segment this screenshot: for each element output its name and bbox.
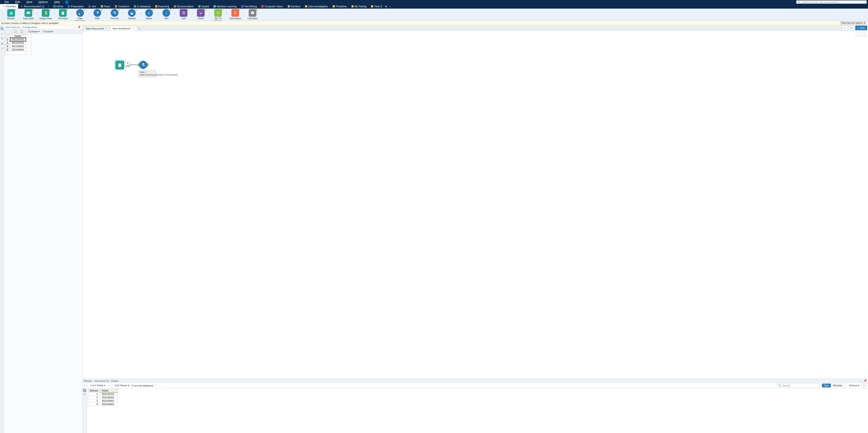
arrow-down-icon[interactable]: ↓ bbox=[161, 384, 163, 387]
tab-start-here[interactable]: Start Here.yxmd× bbox=[83, 26, 110, 31]
tool-input-data[interactable]: 📖★Input Data bbox=[21, 9, 35, 20]
copy-icon[interactable]: 📋 bbox=[13, 30, 18, 33]
cell-4[interactable]: 2021/04/01 bbox=[10, 48, 26, 52]
cell-viewer-dropdown[interactable]: Cell Viewer ▾ bbox=[115, 384, 129, 387]
cat-add-icon[interactable]: ⊕ bbox=[384, 5, 388, 8]
cat-text-mining[interactable]: Text Mining bbox=[239, 4, 259, 9]
cat-transform[interactable]: Transform bbox=[113, 4, 132, 9]
cell-2[interactable]: 2021/02/01 bbox=[10, 41, 26, 45]
workflow-canvas[interactable]: − + 📋 4 44b ⚗ Dat bbox=[82, 31, 868, 378]
zoom-in-button[interactable]: + bbox=[862, 32, 867, 36]
col-record[interactable]: Record bbox=[88, 389, 100, 392]
cat-interface[interactable]: Interface bbox=[285, 4, 303, 9]
menu-options[interactable]: Options bbox=[35, 0, 51, 4]
options-icon[interactable]: ••• bbox=[862, 384, 867, 388]
toggle-metadata[interactable]: Metadata bbox=[831, 384, 844, 388]
tool-select[interactable]: ✓★Select bbox=[142, 9, 156, 20]
insert-button[interactable]: ⊕ Insert ▾ bbox=[42, 30, 55, 33]
node-text-input[interactable]: 📋 bbox=[114, 59, 125, 71]
tool-sample[interactable]: ◒★Sample bbox=[125, 9, 139, 20]
tool-union[interactable]: ⊍★Union bbox=[194, 9, 208, 20]
fields-dropdown[interactable]: 1 of 1 Fields ▾ bbox=[90, 384, 105, 387]
records-label: 4 records displayed bbox=[132, 384, 153, 387]
node-annotation: Date = DateTimeParse([Field1],'%Y/%m/%d'… bbox=[138, 70, 156, 77]
chev-left-icon[interactable]: ‹ bbox=[46, 5, 51, 8]
import-icon[interactable]: 📄 bbox=[5, 30, 10, 33]
star-icon: ★ bbox=[2, 5, 5, 8]
cat-parse[interactable]: Parse bbox=[98, 4, 113, 9]
search-placeholder: Search for tools, help, and resources bbox=[802, 1, 839, 3]
col-field1[interactable]: Field1 bbox=[100, 389, 118, 392]
node-formula[interactable]: ⚗ bbox=[139, 61, 147, 69]
global-search[interactable]: 🔍 Search for tools, help, and resources bbox=[796, 0, 867, 4]
run-button[interactable]: ▷ Run bbox=[855, 26, 867, 30]
cat-favorites[interactable]: ★Favorites bbox=[0, 4, 18, 9]
arrow-up-icon[interactable]: ↑ bbox=[158, 384, 159, 387]
tool-filter[interactable]: ⧩★Filter bbox=[90, 9, 104, 20]
cat-reporting[interactable]: Reporting bbox=[153, 4, 172, 9]
add-tab-button[interactable]: + bbox=[137, 26, 142, 31]
cat-join[interactable]: Join bbox=[86, 4, 98, 9]
menu-view[interactable]: View bbox=[23, 0, 35, 4]
notification-options-button[interactable]: Click here for options ▼ bbox=[840, 22, 867, 25]
code-icon[interactable]: ‹› bbox=[0, 32, 4, 35]
tool-output-data[interactable]: 📗★Output Data bbox=[38, 9, 53, 20]
tag-icon[interactable]: ◈ bbox=[0, 42, 4, 45]
tool-browse[interactable]: ▤★Browse bbox=[4, 9, 18, 20]
hamburger-icon[interactable]: ≡ bbox=[84, 384, 85, 387]
results-grid[interactable]: Record Field1 12021/01/0122021/02/013202… bbox=[87, 388, 119, 433]
check-icon[interactable]: ✔ bbox=[108, 384, 110, 387]
cat-time-s[interactable]: RTime S bbox=[369, 4, 384, 9]
overflow-icon[interactable]: » bbox=[843, 26, 847, 30]
actions-dropdown[interactable]: Actions ▾ bbox=[849, 384, 859, 387]
cat-in-database[interactable]: In-Database bbox=[132, 4, 153, 9]
col-header-field1[interactable]: Field1 bbox=[10, 34, 26, 38]
cat-spatial[interactable]: Spatial bbox=[196, 4, 212, 9]
menu-file[interactable]: File bbox=[1, 0, 12, 4]
cat-predictive[interactable]: RPredictive bbox=[330, 4, 349, 9]
menu-edit[interactable]: Edit bbox=[12, 0, 23, 4]
paste-icon[interactable]: 📋 bbox=[19, 30, 24, 33]
cat-documentation[interactable]: Documentation bbox=[172, 4, 196, 9]
pin-icon[interactable]: 📌 bbox=[864, 379, 867, 382]
pin-icon[interactable]: 📌 bbox=[78, 26, 81, 29]
collapse-icon[interactable]: ⌄ bbox=[74, 26, 76, 29]
chev-right-icon[interactable]: › bbox=[388, 5, 393, 8]
tab-new-workflow[interactable]: New Workflow2*× bbox=[110, 26, 137, 31]
tool-summarize[interactable]: Σ★Summarize bbox=[228, 9, 242, 20]
notification-text: A newer version of Alteryx Designer x64 … bbox=[1, 22, 59, 25]
cat-in-out[interactable]: In/Out bbox=[51, 4, 66, 9]
cell-1[interactable]: 2021/01/01 bbox=[10, 38, 26, 41]
messages-icon[interactable]: ? bbox=[83, 393, 86, 396]
tool-text-input[interactable]: 📋★Text Input bbox=[56, 9, 70, 20]
tool-formula[interactable]: ⚗★Formula bbox=[107, 9, 122, 20]
cat-recommended[interactable]: ☀Recommendedi bbox=[18, 4, 46, 9]
nav-icon[interactable]: ⟲ bbox=[0, 37, 4, 40]
menu-help[interactable]: Help bbox=[51, 0, 63, 4]
cat-data-investigation[interactable]: RData Investigation bbox=[303, 4, 330, 9]
results-toolbar: ≡ 1 of 1 Fields ▾ ✔ Cell Viewer ▾ 4 reco… bbox=[82, 383, 868, 388]
cat-computer-vision[interactable]: Computer Vision bbox=[259, 4, 285, 9]
close-icon[interactable]: × bbox=[105, 27, 107, 30]
cell-3[interactable]: 2021/03/01 bbox=[10, 45, 26, 48]
gear-icon[interactable]: ⚙ bbox=[0, 27, 4, 30]
table-view-icon[interactable]: ▤ bbox=[83, 389, 86, 392]
tool-sort[interactable]: ↕★Sort bbox=[159, 9, 173, 20]
help-icon[interactable]: ? bbox=[0, 47, 4, 50]
zoom-out-button[interactable]: − bbox=[856, 32, 861, 36]
results-search[interactable]: 🔍 Search bbox=[777, 384, 820, 388]
cat-preparation[interactable]: Preparation bbox=[65, 4, 86, 9]
history-icon[interactable]: ↻ bbox=[849, 26, 854, 30]
close-icon[interactable]: × bbox=[133, 27, 134, 30]
globe-icon[interactable]: 🌐 bbox=[65, 0, 68, 4]
cat-ab-testing[interactable]: RAB Testing bbox=[349, 4, 369, 9]
toggle-data[interactable]: Data bbox=[822, 384, 831, 388]
cat-machine-learning[interactable]: Machine Learning bbox=[211, 4, 239, 9]
tool-data-cleansing[interactable]: 🧹★Data Cleansing bbox=[73, 9, 87, 21]
tool-text-to-columns[interactable]: ≡★Text To Columns bbox=[211, 9, 225, 21]
tool-join[interactable]: ⧉★Join bbox=[177, 9, 191, 20]
tool-comment[interactable]: 💬★Comment bbox=[245, 9, 259, 20]
collapse-icon[interactable]: ⌄ bbox=[860, 379, 862, 382]
config-data-grid[interactable]: Field1… 12021/01/01 22021/02/01 32021/03… bbox=[4, 34, 82, 55]
delete-button[interactable]: ⊖ Delete ▾ bbox=[27, 30, 41, 33]
